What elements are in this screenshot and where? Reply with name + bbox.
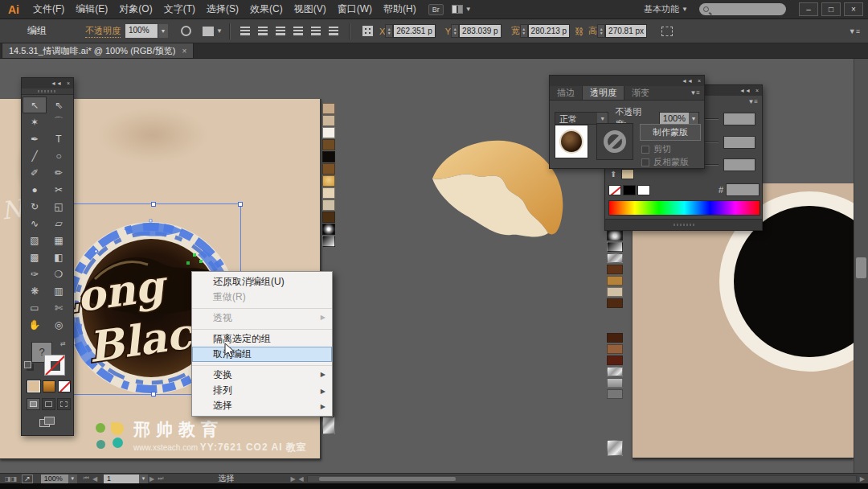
color-slider-value[interactable] [723, 136, 755, 149]
black-swatch[interactable] [623, 185, 636, 195]
eyedropper-tool[interactable]: ✑ [23, 265, 47, 282]
vertical-scrollbar[interactable] [854, 59, 868, 473]
align-center-icon[interactable] [258, 27, 268, 35]
menu-item[interactable]: 选择(S) [207, 2, 239, 16]
menu-item[interactable]: 文字(T) [164, 2, 195, 16]
color-swatch[interactable] [607, 378, 623, 388]
transform-reference-icon[interactable] [362, 26, 373, 36]
height-stepper[interactable]: ▲▼ [597, 24, 605, 38]
color-spectrum-bar[interactable] [608, 200, 760, 216]
height-field[interactable]: 270.81 px [605, 24, 647, 38]
hand-tool[interactable]: ✋ [23, 316, 47, 333]
panel-opacity-combo[interactable]: 100% ▼ [659, 112, 699, 125]
pen-tool[interactable]: ✒ [23, 130, 47, 147]
color-swatch[interactable] [607, 231, 623, 240]
close-panel-icon[interactable]: × [67, 80, 70, 86]
color-swatch[interactable] [322, 199, 335, 211]
none-swatch[interactable] [608, 185, 621, 195]
color-swatch[interactable] [322, 224, 335, 235]
color-swatch[interactable] [322, 103, 335, 114]
pencil-tool[interactable]: ✏ [47, 164, 71, 181]
last-artboard-icon[interactable]: ⏭ [158, 475, 163, 483]
next-artboard-icon[interactable]: ▶ [149, 475, 154, 483]
zoom-level-combo[interactable]: 100% ▼ [41, 475, 77, 483]
perspective-grid-tool[interactable]: ▦ [47, 232, 71, 249]
opacity-combo[interactable]: 100%▼ [125, 24, 168, 38]
direct-selection-tool[interactable]: ⇖ [47, 97, 71, 113]
menu-item[interactable]: 视图(V) [294, 2, 326, 16]
color-swatch[interactable] [607, 440, 623, 456]
export-icon[interactable]: ↗ [22, 475, 33, 483]
x-stepper[interactable]: ▲▼ [385, 24, 393, 38]
color-swatch[interactable] [322, 175, 335, 187]
color-swatch[interactable] [322, 187, 335, 199]
menu-item[interactable]: 帮助(H) [383, 2, 416, 16]
magic-wand-tool[interactable]: ✶ [23, 113, 47, 130]
mesh-tool[interactable]: ▩ [23, 249, 47, 265]
free-transform-tool[interactable]: ▱ [47, 215, 71, 232]
hscroll-left-icon[interactable]: ◀ [299, 475, 304, 483]
y-label[interactable]: Y [445, 27, 451, 36]
constrain-proportions-icon[interactable]: ⛓ [575, 27, 583, 36]
search-input[interactable] [699, 3, 786, 15]
color-swatch[interactable] [607, 367, 623, 376]
swap-fill-stroke-icon[interactable]: ⇄ [60, 340, 66, 347]
selection-handle[interactable] [151, 202, 156, 207]
hex-field[interactable] [726, 183, 760, 196]
clip-checkbox[interactable]: 剪切 [641, 143, 671, 155]
width-label[interactable]: 宽 [511, 25, 520, 37]
color-swatch[interactable] [607, 276, 623, 286]
color-slider-value[interactable] [723, 113, 755, 125]
height-label[interactable]: 高 [588, 25, 597, 37]
color-swatch[interactable] [322, 236, 335, 247]
close-panel-icon[interactable]: × [698, 78, 701, 84]
color-swatch[interactable] [607, 287, 623, 297]
context-menu-item[interactable]: 重做(R) [192, 290, 332, 305]
collapse-panel-icon[interactable]: ◄◄ [739, 88, 751, 93]
align-bottom-icon[interactable] [329, 27, 338, 35]
context-menu-item[interactable]: 还原取消编组(U) [192, 274, 332, 290]
blend-tool[interactable]: ❍ [47, 265, 71, 282]
current-fill-swatch[interactable] [621, 169, 634, 179]
none-mode-button[interactable] [58, 380, 71, 392]
color-swatch[interactable] [322, 139, 335, 150]
zoom-tool[interactable]: ◎ [47, 316, 71, 333]
white-swatch[interactable] [637, 185, 650, 195]
panel-menu-icon[interactable]: ▼≡ [747, 98, 762, 105]
color-swatch[interactable] [322, 115, 335, 126]
line-tool[interactable]: ╱ [23, 147, 47, 164]
color-swatch[interactable] [607, 333, 623, 343]
align-right-icon[interactable] [276, 27, 285, 35]
make-mask-button[interactable]: 制作蒙版 [640, 124, 701, 141]
panel-menu-icon[interactable]: ▼≡ [690, 89, 700, 97]
color-swatch[interactable] [322, 417, 335, 434]
width-tool[interactable]: ∿ [23, 215, 47, 232]
menu-item[interactable]: 文件(F) [33, 2, 64, 16]
gradient-tool[interactable]: ◧ [47, 249, 71, 265]
symbol-sprayer-tool[interactable]: ❋ [23, 282, 47, 299]
scale-tool[interactable]: ◱ [47, 198, 71, 215]
scrollbar-thumb[interactable] [856, 257, 866, 278]
menu-item[interactable]: 窗口(W) [338, 2, 372, 16]
menu-item[interactable]: 对象(O) [119, 2, 152, 16]
chevron-down-icon[interactable]: ▼ [216, 27, 223, 35]
recolor-artwork-icon[interactable] [181, 26, 191, 36]
hscroll-right-icon[interactable]: ▶ [860, 475, 865, 483]
transform-icon[interactable] [661, 27, 673, 36]
width-field[interactable]: 280.213 p [528, 24, 571, 38]
color-swatch[interactable] [607, 355, 623, 365]
screen-mode-button[interactable] [39, 417, 55, 429]
color-swatch[interactable] [607, 242, 623, 252]
width-stepper[interactable]: ▲▼ [520, 24, 528, 38]
chevron-down-icon[interactable]: ▼ [158, 24, 168, 38]
rotate-tool[interactable]: ↻ [23, 198, 47, 215]
scissors-tool[interactable]: ✂ [47, 181, 71, 198]
ellipse-tool[interactable]: ○ [47, 147, 71, 164]
context-menu-item[interactable]: 取消编组 [192, 347, 332, 362]
first-artboard-icon[interactable]: ⏮ [84, 475, 89, 483]
color-swatch[interactable] [322, 127, 335, 138]
slice-tool[interactable]: ✄ [47, 299, 71, 316]
color-mode-button[interactable] [27, 380, 40, 392]
artboard-navigation-combo[interactable]: 1 ▼ [104, 475, 148, 483]
color-swatch[interactable] [607, 344, 623, 354]
